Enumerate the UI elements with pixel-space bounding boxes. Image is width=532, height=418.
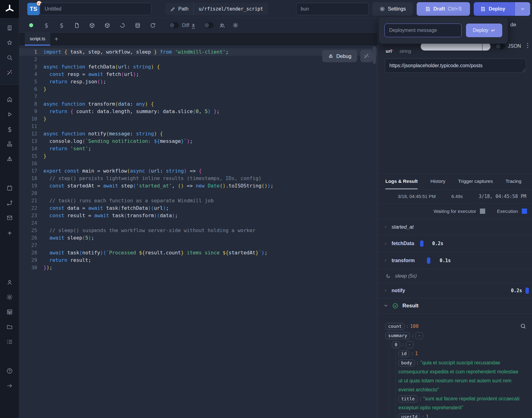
sidebar-item-building[interactable] xyxy=(0,20,19,35)
timeline-step-fetchData[interactable]: fetchData0.2s xyxy=(378,235,532,252)
deployment-message-input[interactable]: Deployment message xyxy=(384,24,462,37)
json-row-count[interactable]: count:100 xyxy=(378,322,532,331)
sidebar-item-home[interactable] xyxy=(0,92,19,107)
code-line-9[interactable]: return { count: data.length, summary: da… xyxy=(43,108,273,115)
windmill-logo[interactable] xyxy=(0,0,19,18)
code-line-12[interactable]: async function notify(message: string) { xyxy=(43,130,273,138)
json-row-summary[interactable]: summary:- xyxy=(378,331,532,340)
diff-toggle[interactable] xyxy=(169,22,179,28)
tab-script-ts[interactable]: script.ts xyxy=(25,33,50,46)
deploy-dropdown-button[interactable] xyxy=(515,2,530,16)
path-pill[interactable]: Path u/rfiszel/tender_script xyxy=(165,3,268,15)
code-line-21[interactable]: // task() runs each function as a separa… xyxy=(43,197,273,205)
deploy-button[interactable]: Deploy xyxy=(474,2,512,16)
code-line-2[interactable] xyxy=(43,56,273,63)
sidebar-item-search[interactable] xyxy=(0,50,19,65)
code-line-8[interactable]: async function transform(data: any) { xyxy=(43,100,273,108)
code-line-7[interactable] xyxy=(43,93,273,100)
resize-handle[interactable] xyxy=(522,68,525,72)
code-line-30[interactable]: }); xyxy=(43,264,273,271)
sidebar-item-gear[interactable] xyxy=(0,290,19,305)
kebab-menu-icon[interactable]: ⋮ xyxy=(525,42,531,49)
sidebar-item-cubes[interactable] xyxy=(0,137,19,152)
sidebar-item-user[interactable] xyxy=(0,275,19,290)
timeline-step-transform[interactable]: transform0.1s xyxy=(378,252,532,269)
code-line-11[interactable] xyxy=(43,123,273,130)
code-content[interactable]: import { task, step, workflow, sleep } f… xyxy=(43,48,273,271)
code-line-5[interactable]: return resp.json(); xyxy=(43,78,273,86)
code-line-3[interactable]: async function fetchData(url: string) { xyxy=(43,63,273,71)
result-row[interactable]: Result xyxy=(378,298,532,314)
code-line-1[interactable]: import { task, step, workflow, sleep } f… xyxy=(43,48,273,56)
code-line-19[interactable]: const startedAt = await step('started_at… xyxy=(43,182,273,190)
code-line-16[interactable] xyxy=(43,160,273,167)
code-line-20[interactable] xyxy=(43,190,273,197)
code-line-28[interactable]: await task(notify)(`Processed ${result.c… xyxy=(43,249,273,257)
file-icon[interactable] xyxy=(69,22,84,29)
database-icon[interactable] xyxy=(130,22,145,29)
sidebar-item-arrow-right[interactable] xyxy=(0,378,19,393)
json-row-userId[interactable]: userId:1 xyxy=(378,412,532,418)
sidebar-item-wand[interactable] xyxy=(0,65,19,80)
sidebar-item-play[interactable] xyxy=(0,107,19,122)
search-result-icon[interactable] xyxy=(520,323,526,329)
path-value[interactable]: u/rfiszel/tender_script xyxy=(194,6,268,12)
code-line-17[interactable]: export const main = workflow(async (url:… xyxy=(43,167,273,175)
code-line-24[interactable] xyxy=(43,219,273,227)
dollar-icon[interactable]: $ xyxy=(39,22,54,29)
sidebar-item-dollar[interactable]: $ xyxy=(0,122,19,137)
history-icon[interactable] xyxy=(115,22,130,29)
tag-input[interactable]: bun xyxy=(296,3,369,15)
code-line-18[interactable]: // step() persists lightweight inline re… xyxy=(43,175,273,182)
code-line-14[interactable]: return 'sent'; xyxy=(43,145,273,152)
sidebar-item-star[interactable] xyxy=(0,35,19,50)
code-line-27[interactable] xyxy=(43,242,273,249)
sidebar-item-plus[interactable]: + xyxy=(0,225,19,240)
code-line-10[interactable]: } xyxy=(43,115,273,123)
code-line-29[interactable]: return result; xyxy=(43,257,273,264)
url-arg-input[interactable]: https://jsonplaceholder.typicode.com/pos… xyxy=(385,59,526,73)
sidebar-item-calendar[interactable] xyxy=(0,181,19,196)
result-tab-history[interactable]: History xyxy=(430,174,445,189)
code-line-15[interactable]: } xyxy=(43,152,273,160)
people-icon[interactable] xyxy=(217,22,228,29)
sidebar-item-help[interactable] xyxy=(0,363,19,378)
editor-settings-gear-icon[interactable] xyxy=(228,22,243,28)
result-tab-trigger-captures[interactable]: Trigger captures xyxy=(458,174,493,189)
editor-scrollbar[interactable] xyxy=(373,46,376,64)
code-line-25[interactable]: // sleep() suspends the workflow server-… xyxy=(43,227,273,234)
code-editor[interactable]: 1234567891011121314151617181920212223242… xyxy=(19,46,377,418)
sidebar-item-server[interactable] xyxy=(0,305,19,319)
sidebar-item-route[interactable] xyxy=(0,196,19,210)
collab-toggle[interactable] xyxy=(204,22,214,28)
box-icon[interactable] xyxy=(84,22,100,29)
sidebar-item-list[interactable] xyxy=(0,334,19,349)
box-icon[interactable] xyxy=(100,22,115,29)
code-line-13[interactable]: console.log(`Sending notification: ${mes… xyxy=(43,138,273,145)
timeline-step-started-at[interactable]: started_at xyxy=(378,219,532,235)
dollar-icon[interactable]: $ xyxy=(54,22,69,29)
timeline-step-sleep-5s-[interactable]: sleep (5s) xyxy=(378,269,532,283)
refresh-icon[interactable] xyxy=(145,22,160,29)
add-tab-button[interactable]: + xyxy=(50,33,63,46)
code-line-23[interactable]: const result = await task(transform)(dat… xyxy=(43,212,273,219)
ai-assistant-button[interactable] xyxy=(360,50,373,62)
json-view-toggle[interactable] xyxy=(495,43,505,49)
result-tab-tracing[interactable]: Tracing xyxy=(506,174,521,189)
save-draft-button[interactable]: Draft Ctrl+S xyxy=(417,2,470,16)
code-line-22[interactable]: const data = await task(fetchData)(url); xyxy=(43,205,273,212)
json-row-0[interactable]: 0:- xyxy=(378,340,532,349)
script-name-input[interactable]: Untitled xyxy=(40,3,152,15)
sidebar-item-pyramid[interactable] xyxy=(0,152,19,166)
code-line-4[interactable]: const resp = await fetch(url); xyxy=(43,71,273,78)
result-tab-logs-result[interactable]: Logs & Result xyxy=(385,174,418,189)
timeline-step-notify[interactable]: notify0.2s xyxy=(378,283,532,298)
settings-button[interactable]: Settings xyxy=(372,2,413,16)
json-row-body[interactable]: body:"quia et suscipit suscipit recusand… xyxy=(378,358,532,394)
plus-minus-icon[interactable]: ± xyxy=(192,22,195,29)
debug-button[interactable]: Debug xyxy=(322,50,357,62)
json-row-id[interactable]: id:1 xyxy=(378,349,532,358)
json-row-title[interactable]: title:"sunt aut facere repellat providen… xyxy=(378,394,532,412)
sidebar-item-mail[interactable] xyxy=(0,210,19,225)
popup-deploy-button[interactable]: Deploy ↵ xyxy=(466,24,502,37)
